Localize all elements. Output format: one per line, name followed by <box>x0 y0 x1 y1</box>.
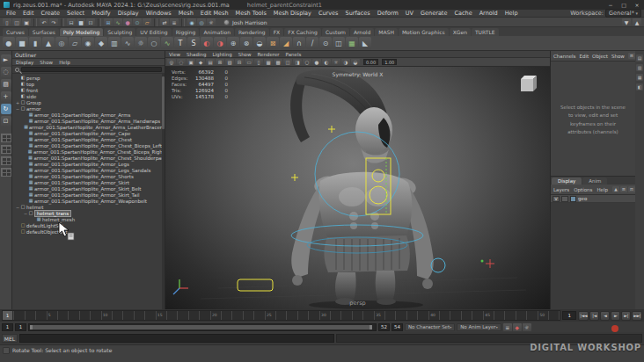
poly-cone-icon[interactable]: ▲ <box>42 37 55 49</box>
shelf-tab[interactable]: FX <box>270 28 284 36</box>
image-plane-icon[interactable]: ▤ <box>206 59 215 66</box>
gamma-field[interactable]: 1.00 <box>382 59 397 65</box>
auto-keyframe-icon[interactable]: ◆ <box>513 323 522 331</box>
playback-start-field[interactable]: 1 <box>15 323 26 331</box>
select-tool-icon[interactable]: ► <box>1 54 11 65</box>
outliner-item[interactable]: ▦ armor_001:SpartanHoplite_Armor_Skirt_T… <box>12 192 165 198</box>
sweep-mesh-icon[interactable]: ∿ <box>161 37 173 49</box>
select-camera-icon[interactable]: ◎ <box>167 59 176 66</box>
poly-disc-icon[interactable]: ◉ <box>82 37 94 49</box>
outliner-item[interactable]: − □ armor <box>12 105 165 112</box>
poly-type-icon[interactable]: T <box>174 37 187 49</box>
outliner-item[interactable]: ◧ persp <box>12 75 165 81</box>
outliner-item[interactable]: ▦ armor_001:SpartanHoplite_Armor_Arms_Le… <box>12 124 165 130</box>
xray-icon[interactable]: ◒ <box>351 59 360 66</box>
layer-editor-tab[interactable]: Display <box>552 177 582 185</box>
snap-grid-icon[interactable]: ⊞ <box>104 18 113 26</box>
collapse-toolbar-icon[interactable]: ▲ <box>633 18 641 26</box>
menu-item[interactable]: Modify <box>88 10 114 17</box>
outliner-menu-item[interactable]: Display <box>16 60 33 65</box>
menu-item[interactable]: Mesh <box>175 10 197 17</box>
bridge-icon[interactable]: ∩ <box>293 37 305 49</box>
show-manipulators-icon[interactable]: ⊞ <box>628 53 635 59</box>
minimize-button[interactable]: − <box>607 2 614 8</box>
close-button[interactable]: × <box>633 2 640 8</box>
outliner-item[interactable]: ▦ armor_001:SpartanHoplite_Armor_Chest_B… <box>12 148 165 155</box>
shelf-tab[interactable]: Motion Graphics <box>399 28 449 36</box>
channel-box-menu-item[interactable]: Show <box>611 54 625 59</box>
new-layer-from-selected-icon[interactable]: ⊡ <box>628 186 635 192</box>
workspace-selector[interactable]: Workspace: General* <box>570 9 641 18</box>
new-scene-icon[interactable]: ▯ <box>3 18 11 26</box>
extrude-icon[interactable]: ⊠ <box>267 37 279 49</box>
channel-box-menu-item[interactable]: Object <box>592 54 608 59</box>
channel-box-menu-item[interactable]: Channels <box>553 54 575 59</box>
snap-curve-icon[interactable]: ∿ <box>113 18 122 26</box>
command-input[interactable] <box>19 334 334 343</box>
view-cube-icon[interactable] <box>521 76 537 91</box>
outliner-item[interactable]: ◧ side <box>12 93 165 99</box>
redo-icon[interactable]: ↷ <box>49 18 58 26</box>
animation-end-field[interactable]: 54 <box>392 323 403 331</box>
modeling-toolkit-tab-icon[interactable]: ◧ <box>636 83 643 90</box>
playback-end-field[interactable]: 52 <box>378 323 390 331</box>
step-forward-key-button[interactable]: ►| <box>621 311 631 321</box>
menu-item[interactable]: Edit <box>19 10 38 17</box>
shelf-tab[interactable]: Curves <box>3 28 28 36</box>
bevel-icon[interactable]: ◢ <box>280 37 292 49</box>
account-chip[interactable]: Josh Harrison <box>223 19 267 25</box>
outliner-scrollbar[interactable] <box>162 74 165 309</box>
menu-item[interactable]: Display <box>114 10 143 17</box>
layout-four-view[interactable] <box>1 145 11 154</box>
menu-item[interactable]: Arnold <box>476 10 501 17</box>
outliner-item[interactable]: ▦ armor_001:SpartanHoplite_Armor_Arms_Ha… <box>12 118 165 124</box>
outliner-item[interactable]: ◧ top <box>12 81 165 87</box>
new-empty-layer-icon[interactable]: ⊞ <box>620 186 627 192</box>
view-axis-gizmo[interactable] <box>173 279 188 294</box>
layer-editor-tab[interactable]: Anim <box>582 177 607 185</box>
platonic-solid-icon[interactable]: ◆ <box>95 37 107 49</box>
move-layer-up-icon[interactable]: ▲ <box>612 186 619 192</box>
outliner-item[interactable]: ▦ armor_001:SpartanHoplite_Armor_Arms <box>12 112 165 118</box>
shelf-tab[interactable]: TURTLE <box>472 28 499 36</box>
menu-item[interactable]: Deform <box>374 10 402 17</box>
snap-view-plane-icon[interactable]: ▱ <box>143 18 151 26</box>
gate-mask-icon[interactable]: ▦ <box>264 59 273 66</box>
shelf-tab[interactable]: XGen <box>450 28 471 36</box>
maximize-button[interactable]: □ <box>620 2 627 8</box>
command-language-toggle[interactable]: MEL <box>2 334 18 343</box>
range-slider-bar[interactable] <box>30 325 372 329</box>
target-weld-icon[interactable]: ⊙ <box>319 37 332 49</box>
poly-cylinder-icon[interactable]: ▮ <box>29 37 41 49</box>
outliner-item[interactable]: ▦ armor_001:SpartanHoplite_Armor_Chest <box>12 136 165 142</box>
shelf-tab[interactable]: UV Editing <box>136 28 171 36</box>
poly-helix-icon[interactable]: ∿ <box>121 37 134 49</box>
resolution-gate-icon[interactable]: ▯ <box>254 59 263 66</box>
outliner-item[interactable]: − □ helmet_trans <box>12 210 165 216</box>
layer-visibility-toggle[interactable]: V <box>553 196 560 202</box>
snap-point-icon[interactable]: ● <box>123 18 132 26</box>
outliner-menu-item[interactable]: Show <box>40 60 53 65</box>
viewport-menu-item[interactable]: Panels <box>286 52 302 57</box>
menu-item[interactable]: File <box>3 10 19 17</box>
undo-icon[interactable]: ↶ <box>40 18 48 26</box>
menu-item[interactable]: Mesh Display <box>270 10 315 17</box>
step-back-key-button[interactable]: |◄ <box>589 311 599 321</box>
input-connections-icon[interactable]: ⇄ <box>160 18 169 26</box>
outliner-menu-item[interactable]: Help <box>59 60 70 65</box>
save-scene-icon[interactable]: ▣ <box>22 18 31 26</box>
poly-sphere-icon[interactable]: ● <box>3 37 15 49</box>
shaded-icon[interactable]: ● <box>312 59 321 66</box>
2d-pan-zoom-icon[interactable]: ⊞ <box>216 59 224 66</box>
menu-item[interactable]: Windows <box>143 10 175 17</box>
outliner-item[interactable]: ▦ helmet_mesh <box>12 216 165 222</box>
lasso-select-tool-icon[interactable]: ◌ <box>1 67 11 77</box>
attribute-editor-tab-icon[interactable]: ▥ <box>636 64 643 71</box>
lock-camera-icon[interactable]: ◌ <box>177 59 186 66</box>
menu-item[interactable]: Surfaces <box>342 10 374 17</box>
shelf-tab[interactable]: Rigging <box>172 28 200 36</box>
go-to-start-button[interactable]: |◄◄ <box>578 311 589 321</box>
workspace-value[interactable]: General* <box>605 9 641 18</box>
select-component-icon[interactable]: ⊡ <box>86 18 95 26</box>
outliner-item[interactable]: ◧ front <box>12 87 165 93</box>
